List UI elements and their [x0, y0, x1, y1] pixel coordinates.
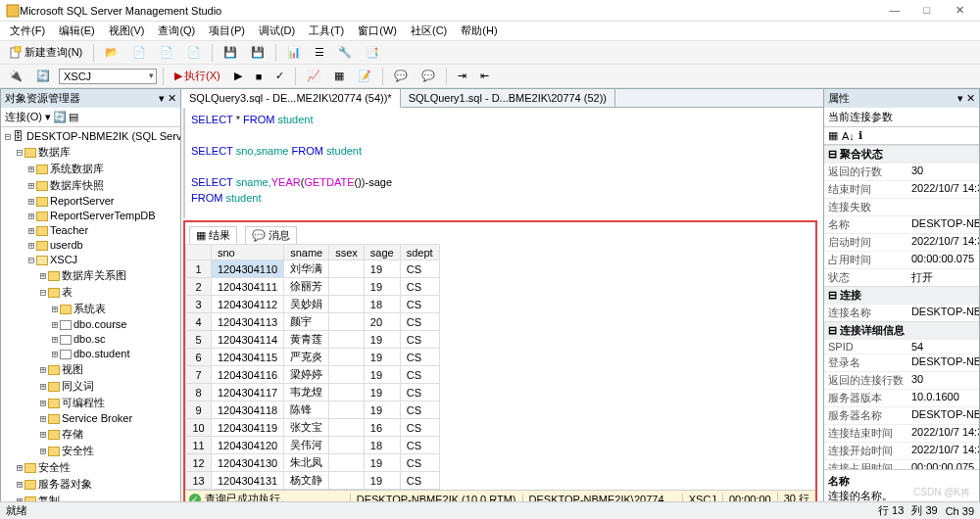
prop-row[interactable]: 连接名称DESKTOP-NBME2IK: [824, 304, 979, 321]
tree-item[interactable]: ⊞系统数据库: [3, 161, 178, 177]
execute-button[interactable]: ▶ 执行(X): [170, 66, 225, 86]
prop-row[interactable]: 返回的行数30: [824, 163, 979, 180]
uncomment-icon[interactable]: 💬: [416, 67, 440, 85]
menu-view[interactable]: 视图(V): [103, 22, 151, 40]
prop-row[interactable]: 连接占用时间00:00:00.075: [824, 459, 979, 469]
results-grid[interactable]: snosnamessexsagesdept11204304110刘华满19CS2…: [185, 244, 815, 490]
table-row[interactable]: 121204304130朱北凤19CS: [186, 454, 440, 472]
cat-icon[interactable]: ▦: [828, 129, 838, 142]
open2-icon[interactable]: 📄: [127, 43, 151, 62]
table-row[interactable]: 61204304115严克炎19CS: [186, 349, 440, 366]
table-row[interactable]: 81204304117韦龙煌19CS: [186, 384, 440, 401]
open4-icon[interactable]: 📄: [182, 43, 206, 62]
list-icon[interactable]: ☰: [310, 43, 329, 62]
change-icon[interactable]: 🔄: [31, 67, 55, 85]
menu-file[interactable]: 文件(F): [4, 22, 51, 40]
prop-row[interactable]: 返回的连接行数30: [824, 371, 979, 389]
prop-row[interactable]: 连接结束时间2022/10/7 14:34:26: [824, 424, 979, 442]
save-icon[interactable]: 💾: [219, 43, 242, 62]
tree-item[interactable]: ⊞Service Broker: [3, 411, 178, 426]
menu-edit[interactable]: 编辑(E): [53, 22, 101, 40]
prop-row[interactable]: 启动时间2022/10/7 14:34:26: [824, 233, 979, 251]
parse-icon[interactable]: ✓: [270, 67, 289, 85]
tree-table[interactable]: ⊞dbo.course: [3, 317, 178, 332]
prop-row[interactable]: 连接开始时间2022/10/7 14:34:26: [824, 442, 979, 459]
tree-item[interactable]: ⊞数据库快照: [3, 177, 178, 194]
table-row[interactable]: 21204304111徐丽芳19CS: [186, 278, 440, 296]
indent-icon[interactable]: ⇥: [453, 67, 471, 85]
messages-tab[interactable]: 💬 消息: [245, 226, 297, 244]
table-row[interactable]: 41204304113颜宇20CS: [186, 313, 440, 331]
table-row[interactable]: 111204304120吴伟河18CS: [186, 437, 440, 454]
tree-item[interactable]: ⊞同义词: [3, 378, 178, 395]
maximize-button[interactable]: □: [912, 4, 942, 16]
menu-query[interactable]: 查询(Q): [152, 22, 201, 40]
tab-query1[interactable]: SQLQuery1.sql - D...BME2IK\20774 (52)): [401, 89, 615, 107]
database-combo[interactable]: XSCJ: [59, 69, 157, 84]
outdent-icon[interactable]: ⇤: [475, 67, 494, 85]
table-row[interactable]: 131204304131杨文静19CS: [186, 472, 440, 490]
tree-item[interactable]: ⊞Teacher: [3, 223, 178, 238]
tree-item[interactable]: ⊞存储: [3, 426, 178, 443]
open3-icon[interactable]: 📄: [155, 43, 178, 62]
new-query-button[interactable]: 新建查询(N): [4, 42, 87, 63]
table-row[interactable]: 11204304110刘华满19CS: [186, 260, 440, 278]
plan-icon[interactable]: 📈: [302, 67, 325, 85]
prop-row[interactable]: 结束时间2022/10/7 14:34:26: [824, 180, 979, 198]
objexp-pin-icon[interactable]: ▾ ✕: [159, 92, 176, 105]
menu-debug[interactable]: 调试(D): [253, 22, 301, 40]
prop-row[interactable]: SPID54: [824, 339, 979, 354]
activity-icon[interactable]: 📊: [282, 43, 306, 62]
refresh-icon[interactable]: 🔄: [53, 111, 67, 123]
comment-icon[interactable]: 💬: [389, 67, 413, 85]
tree-item[interactable]: ⊞安全性: [3, 443, 178, 459]
objexp-connect[interactable]: 连接(O) ▾: [5, 110, 51, 124]
prop-row[interactable]: 状态打开: [824, 268, 979, 286]
grid-icon[interactable]: ▦: [329, 67, 349, 85]
tree-item[interactable]: ⊞ReportServer: [3, 194, 178, 209]
info-icon[interactable]: ℹ: [858, 129, 862, 142]
template-icon[interactable]: 📑: [361, 43, 384, 62]
table-row[interactable]: 91204304118陈锋19CS: [186, 401, 440, 419]
property-grid[interactable]: ⊟ 聚合状态返回的行数30结束时间2022/10/7 14:34:26连接失败名…: [824, 145, 979, 469]
object-tree[interactable]: ⊟🗄 DESKTOP-NBME2IK (SQL Server 10.0.1600…: [1, 127, 180, 508]
table-row[interactable]: 51204304114黄青莲19CS: [186, 331, 440, 349]
tree-item[interactable]: ⊞视图: [3, 361, 178, 378]
prop-row[interactable]: 登录名DESKTOP-NBME2IK: [824, 354, 979, 371]
tree-item[interactable]: ⊞userdb: [3, 238, 178, 253]
text-icon[interactable]: 📝: [353, 67, 376, 85]
sql-editor[interactable]: SELECT * FROM student SELECT sno,sname F…: [183, 108, 823, 218]
connect-icon[interactable]: 🔌: [4, 67, 27, 85]
table-row[interactable]: 101204304119张文宝16CS: [186, 419, 440, 437]
menu-project[interactable]: 项目(P): [203, 22, 251, 40]
close-button[interactable]: ✕: [945, 4, 974, 17]
saveall-icon[interactable]: 💾: [246, 43, 270, 62]
minimize-button[interactable]: —: [880, 4, 909, 16]
debug-icon[interactable]: ▶: [229, 67, 247, 85]
results-tab[interactable]: ▦ 结果: [189, 226, 237, 244]
tree-item[interactable]: ⊞安全性: [3, 459, 178, 476]
open-icon[interactable]: 📂: [100, 43, 123, 62]
tab-query3[interactable]: SQLQuery3.sql - DE...ME2IK\20774 (54))*: [181, 89, 401, 108]
prop-row[interactable]: 名称DESKTOP-NBME2IK: [824, 215, 979, 233]
menu-community[interactable]: 社区(C): [405, 22, 453, 40]
tree-item[interactable]: ⊞服务器对象: [3, 476, 178, 493]
tree-item[interactable]: ⊞可编程性: [3, 395, 178, 411]
tree-table[interactable]: ⊞dbo.student: [3, 347, 178, 361]
tree-table[interactable]: ⊞dbo.sc: [3, 332, 178, 347]
prop-row[interactable]: 占用时间00:00:00.075: [824, 251, 979, 268]
table-row[interactable]: 71204304116梁婷婷19CS: [186, 366, 440, 384]
table-row[interactable]: 31204304112吴妙娟18CS: [186, 296, 440, 313]
az-icon[interactable]: A↓: [842, 130, 855, 142]
menu-tools[interactable]: 工具(T): [303, 22, 350, 40]
prop-row[interactable]: 服务器版本10.0.1600: [824, 389, 979, 406]
prop-row[interactable]: 服务器名称DESKTOP-NBME2IK: [824, 406, 979, 424]
menu-window[interactable]: 窗口(W): [352, 22, 403, 40]
prop-row[interactable]: 连接失败: [824, 198, 979, 215]
filter-icon[interactable]: ▤: [69, 111, 78, 123]
stop-icon[interactable]: ■: [251, 68, 268, 85]
props-close-icon[interactable]: ▾ ✕: [957, 92, 975, 105]
props-icon[interactable]: 🔧: [333, 43, 357, 62]
menu-help[interactable]: 帮助(H): [455, 22, 503, 40]
tree-item[interactable]: ⊞ReportServerTempDB: [3, 209, 178, 223]
